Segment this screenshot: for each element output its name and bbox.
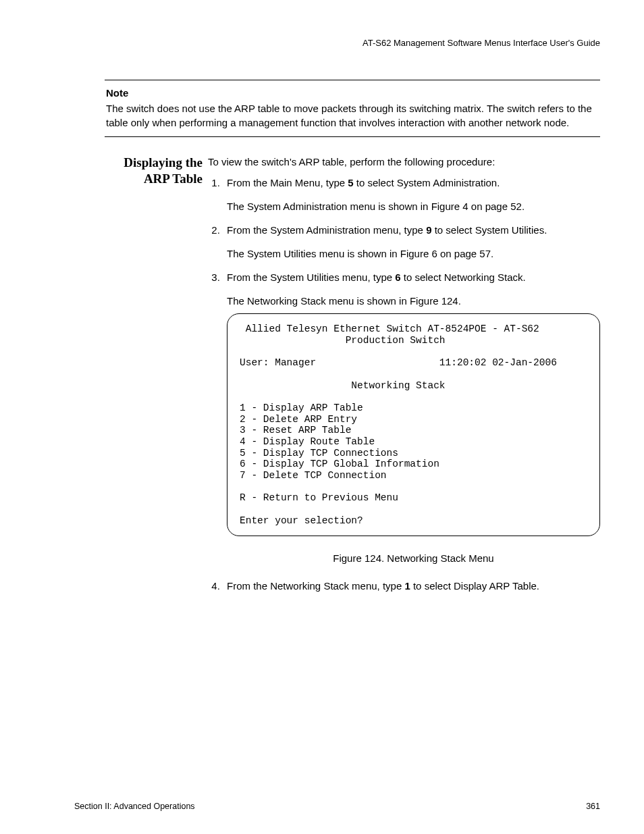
step-bold: 1 [404,580,410,592]
left-column: Displaying the ARP Table [74,155,208,187]
step-text-pre: From the Main Menu, type [227,177,348,188]
menu-line: Networking Stack [240,380,446,391]
step-1: From the Main Menu, type 5 to select Sys… [223,176,600,213]
step-text-post: to select System Administration. [354,177,500,188]
step-2: From the System Administration menu, typ… [223,223,600,261]
note-box: Note The switch does not use the ARP tab… [105,80,600,137]
step-bold: 5 [348,177,353,188]
note-text: The switch does not use the ARP table to… [106,101,599,130]
step-sub: The System Utilities menu is shown in Fi… [227,246,600,261]
step-text-pre: From the Networking Stack menu, type [227,580,404,592]
menu-line: 7 - Delete TCP Connection [240,470,387,481]
menu-line: 1 - Display ARP Table [240,402,363,413]
procedure-list: From the Main Menu, type 5 to select Sys… [208,176,600,593]
document-page: AT-S62 Management Software Menus Interfa… [0,0,644,834]
menu-line: 2 - Delete ARP Entry [240,414,357,425]
note-label: Note [106,86,599,100]
menu-line: User: Manager 11:20:02 02-Jan-2006 [240,357,557,368]
menu-line: Enter your selection? [240,515,363,526]
step-text-pre: From the System Utilities menu, type [227,271,395,283]
menu-line: 6 - Display TCP Global Information [240,459,439,469]
step-sub: The Networking Stack menu is shown in Fi… [227,294,600,308]
footer-section: Section II: Advanced Operations [74,801,195,813]
step-text-pre: From the System Administration menu, typ… [227,224,426,236]
footer-page-number: 361 [586,801,600,813]
intro-paragraph: To view the switch's ARP table, perform … [208,155,600,169]
step-text-post: to select System Utilities. [431,224,547,236]
menu-line: R - Return to Previous Menu [240,492,398,503]
step-4: From the Networking Stack menu, type 1 t… [223,579,600,593]
step-bold: 6 [395,271,400,283]
step-text-post: to select Networking Stack. [401,271,526,283]
step-3: From the System Utilities menu, type 6 t… [223,270,600,565]
section-title: Displaying the ARP Table [74,155,203,187]
header-guide-title: AT-S62 Management Software Menus Interfa… [74,37,600,49]
content-row: Displaying the ARP Table To view the swi… [74,155,600,602]
menu-line: 4 - Display Route Table [240,436,375,447]
page-footer: Section II: Advanced Operations 361 [74,801,600,813]
step-text-post: to select Display ARP Table. [410,580,539,592]
terminal-menu-box: Allied Telesyn Ethernet Switch AT-8524PO… [227,313,600,536]
figure-caption: Figure 124. Networking Stack Menu [227,551,600,565]
right-column: To view the switch's ARP table, perform … [208,155,600,602]
menu-line: Production Switch [240,335,446,346]
menu-line: 5 - Display TCP Connections [240,448,398,459]
menu-line: 3 - Reset ARP Table [240,425,351,436]
section-title-line1: Displaying the [124,155,203,170]
menu-line: Allied Telesyn Ethernet Switch AT-8524PO… [240,323,539,334]
step-sub: The System Administration menu is shown … [227,199,600,213]
section-title-line2: ARP Table [144,172,203,186]
